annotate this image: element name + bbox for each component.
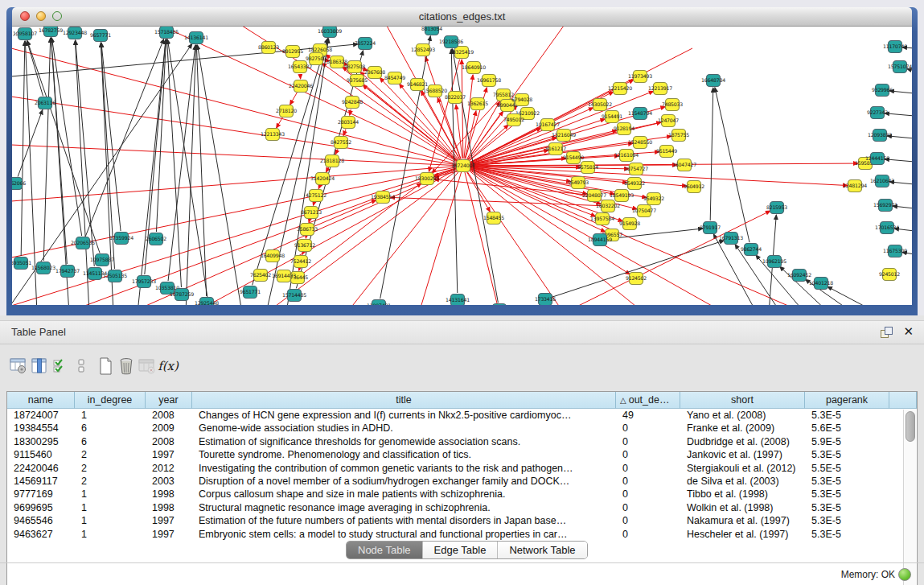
column-chooser-icon[interactable] — [29, 356, 50, 377]
cell-year[interactable]: 1997 — [146, 448, 192, 461]
graph-node-16648784[interactable]: 16648784 — [701, 75, 725, 87]
graph-node-9862744[interactable]: 9862744 — [741, 244, 762, 256]
graph-node-16033809[interactable]: 16033809 — [318, 27, 342, 38]
table-row[interactable]: 946362711997Embryonic stem cells: a mode… — [7, 528, 917, 541]
graph-node-7625402[interactable]: 7625402 — [250, 270, 271, 282]
graph-node-9124502[interactable]: 9124502 — [626, 273, 647, 285]
graph-node-16210643[interactable]: 16210643 — [870, 175, 894, 187]
graph-node-9604912[interactable]: 9604912 — [684, 181, 704, 193]
cell-name[interactable]: 22420046 — [7, 462, 75, 475]
cell-year[interactable]: 2012 — [146, 462, 192, 475]
graph-node-16047427[interactable]: 16047427 — [672, 159, 696, 171]
graph-node-13216049[interactable]: 13216049 — [552, 130, 576, 142]
graph-node-15714485[interactable]: 15714485 — [282, 290, 306, 302]
graph-node-9227343[interactable]: 9227343 — [867, 107, 888, 119]
cell-out_de…[interactable]: 0 — [616, 422, 680, 435]
column-header-in_degree[interactable]: in_degree — [75, 392, 146, 409]
table-row[interactable]: 969969511998Structural magnetic resonanc… — [7, 501, 917, 514]
graph-node-9515449[interactable]: 9515449 — [656, 146, 677, 158]
graph-node-7857224[interactable]: 7857224 — [355, 38, 376, 50]
column-header-name[interactable]: name — [7, 392, 75, 409]
cell-title[interactable]: Structural magnetic resonance image aver… — [192, 501, 616, 514]
graph-node-12481294[interactable]: 12481294 — [843, 180, 867, 192]
cell-out_de…[interactable]: 0 — [616, 435, 680, 448]
graph-node-15751074[interactable]: 15751074 — [888, 61, 912, 73]
graph-node-11170748[interactable]: 11170748 — [883, 41, 907, 53]
cell-year[interactable]: 1997 — [146, 528, 192, 541]
graph-node-15248550[interactable]: 15248550 — [628, 137, 652, 149]
cell-pagerank[interactable]: 5.3E-5 — [805, 475, 889, 488]
tab-node-table[interactable]: Node Table — [347, 542, 423, 558]
cell-in_degree[interactable]: 2 — [75, 475, 146, 488]
table-row[interactable]: 977716911998Corpus callosum shape and si… — [7, 488, 917, 501]
cell-in_degree[interactable]: 2 — [75, 448, 146, 461]
cell-short[interactable]: de Silva et al. (2003) — [680, 475, 805, 488]
cell-year[interactable]: 1997 — [146, 514, 192, 527]
cell-pagerank[interactable]: 5.6E-5 — [805, 422, 889, 435]
graph-node-6549322[interactable]: 6549322 — [624, 178, 645, 190]
cell-title[interactable]: Embryonic stem cells: a model to study s… — [192, 528, 616, 541]
cell-in_degree[interactable]: 1 — [75, 488, 146, 501]
cell-title[interactable]: Changes of HCN gene expression and I(f) … — [192, 409, 616, 422]
tab-edge-table[interactable]: Edge Table — [423, 542, 499, 558]
graph-node-16961758[interactable]: 16961758 — [477, 75, 501, 87]
graph-node-15692971[interactable]: 15692971 — [873, 200, 897, 212]
cell-short[interactable]: Stergiakouli et al. (2012) — [680, 462, 805, 475]
column-header-year[interactable]: year — [146, 392, 192, 409]
graph-node-1247047[interactable]: 1247047 — [658, 115, 679, 127]
table-settings-icon[interactable] — [8, 356, 29, 377]
graph-node-8912955[interactable]: 8912955 — [282, 46, 303, 58]
graph-node-2718120[interactable]: 2718120 — [276, 105, 297, 117]
cell-short[interactable]: Nakamura et al. (1997) — [680, 514, 805, 527]
graph-node-8791917[interactable]: 8791917 — [700, 222, 721, 234]
graph-node-8161217[interactable]: 8161217 — [545, 143, 566, 155]
cell-in_degree[interactable]: 1 — [75, 528, 146, 541]
graph-node-8454749[interactable]: 8454749 — [384, 72, 405, 84]
column-header-title[interactable]: title — [192, 392, 616, 409]
column-checklist-icon[interactable] — [50, 356, 71, 377]
graph-node-10750477[interactable]: 10750477 — [632, 205, 656, 217]
cell-name[interactable]: 9699695 — [7, 501, 75, 514]
graph-node-1733416[interactable]: 1733416 — [535, 294, 556, 306]
graph-node-18640910[interactable]: 18640910 — [462, 62, 486, 74]
graph-node-12852493[interactable]: 12852493 — [411, 44, 435, 56]
cell-short[interactable]: Franke et al. (2009) — [680, 422, 805, 435]
cell-name[interactable]: 9777169 — [7, 488, 75, 501]
cell-pagerank[interactable]: 5.3E-5 — [805, 514, 889, 527]
graph-node-12161094[interactable]: 12161094 — [614, 150, 639, 162]
graph-node-17957233[interactable]: 17957233 — [132, 276, 156, 288]
cell-title[interactable]: Estimation of significance thresholds fo… — [192, 435, 616, 448]
graph-node-12923448[interactable]: 12923448 — [63, 27, 87, 39]
graph-node-8935051[interactable]: 8935051 — [12, 257, 31, 270]
cell-short[interactable]: Yano et al. (2008) — [680, 409, 805, 422]
cell-out_de…[interactable]: 0 — [616, 448, 680, 461]
tab-network-table[interactable]: Network Table — [498, 542, 586, 558]
graph-node-9154490[interactable]: 9154490 — [563, 152, 584, 164]
graph-node-9347569[interactable]: 9347569 — [489, 304, 510, 306]
graph-node-16543382[interactable]: 16543382 — [288, 61, 312, 73]
cell-pagerank[interactable]: 5.3E-5 — [805, 501, 889, 514]
cell-in_degree[interactable]: 1 — [75, 501, 146, 514]
graph-node-9154491[interactable]: 9154491 — [602, 111, 622, 123]
network-window-titlebar[interactable]: citations_edges.txt — [12, 7, 912, 27]
cell-in_degree[interactable]: 6 — [75, 422, 146, 435]
cell-pagerank[interactable]: 5.3E-5 — [805, 448, 889, 461]
graph-node-9154928[interactable]: 9154928 — [619, 218, 640, 230]
graph-node-17016534[interactable]: 17016534 — [875, 222, 899, 234]
graph-node-9862066[interactable]: 9862066 — [12, 178, 26, 190]
cell-out_de…[interactable]: 0 — [616, 475, 680, 488]
table-row[interactable]: 2242004622012Investigating the contribut… — [7, 462, 917, 475]
table-row[interactable]: 1872400712008Changes of HCN gene express… — [7, 409, 917, 422]
graph-node-2803144[interactable]: 2803144 — [338, 117, 359, 129]
column-header-out_de…[interactable]: △out_de… — [616, 392, 680, 409]
float-window-icon[interactable] — [881, 327, 892, 338]
cell-in_degree[interactable]: 1 — [75, 514, 146, 527]
network-window[interactable]: citations_edges.txt 18724007182260588912… — [6, 7, 918, 315]
cell-title[interactable]: Estimation of the future numbers of pati… — [192, 514, 616, 527]
cell-short[interactable]: Tibbo et al. (1998) — [680, 488, 805, 501]
cell-name[interactable]: 19384554 — [7, 422, 75, 435]
cell-in_degree[interactable]: 2 — [75, 462, 146, 475]
graph-node-16409948[interactable]: 16409948 — [261, 250, 285, 262]
graph-node-16782759[interactable]: 16782759 — [39, 27, 63, 37]
graph-node-8813054[interactable]: 8813054 — [421, 27, 442, 35]
